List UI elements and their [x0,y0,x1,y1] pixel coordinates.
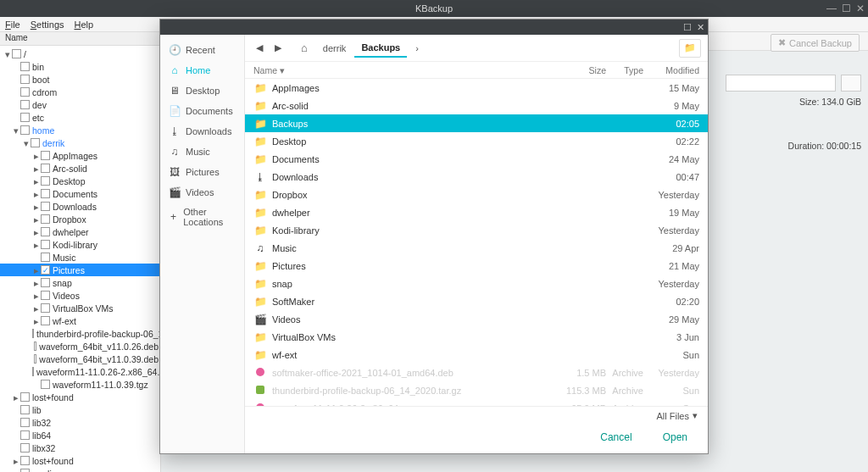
checkbox[interactable] [20,62,30,71]
checkbox[interactable] [12,49,21,58]
expand-icon[interactable]: ▸ [32,189,41,199]
checkbox[interactable] [34,354,37,364]
checkbox[interactable] [41,214,50,224]
place-item[interactable]: ⭳Downloads [160,121,244,142]
expand-icon[interactable]: ▸ [32,291,41,301]
tree-item[interactable]: ▸✓Pictures [0,264,160,276]
file-row[interactable]: 📁Arc-solid9 May [245,97,708,114]
dialog-close-icon[interactable]: ✕ [697,22,704,33]
checkbox[interactable] [20,469,30,472]
file-row[interactable]: ♫Music29 Apr [245,239,708,257]
checkbox[interactable] [41,240,50,249]
file-row[interactable]: 📁DropboxYesterday [245,186,708,203]
tree-item[interactable]: dev [0,98,160,111]
expand-icon[interactable]: ▸ [32,303,41,314]
expand-icon[interactable]: ▸ [32,316,41,326]
file-row[interactable]: 📁Kodi-libraryYesterday [245,221,708,239]
tree-item[interactable]: lib32 [0,416,160,429]
checkbox[interactable] [41,151,50,160]
menu-file[interactable]: File [5,19,20,30]
cancel-button[interactable]: Cancel [593,428,638,447]
cancel-backup-button[interactable]: ✖ Cancel Backup [771,34,860,52]
expand-icon[interactable]: ▾ [3,49,12,59]
tree-item[interactable]: bin [0,60,160,73]
tree-item[interactable]: libx32 [0,441,160,454]
expand-icon[interactable]: ▸ [32,214,41,225]
checkbox[interactable] [20,113,30,122]
checkbox[interactable] [20,125,30,135]
tree-item[interactable]: ▸Kodi-library [0,238,160,251]
expand-icon[interactable]: ▾ [22,138,31,148]
tree-item[interactable]: ▸media [0,467,160,472]
home-icon[interactable]: ⌂ [294,38,314,58]
tree-item[interactable]: etc [0,111,160,124]
file-row[interactable]: 📁AppImages15 May [245,79,708,97]
tree-item[interactable]: lib [0,403,160,416]
menu-help[interactable]: Help [75,19,94,30]
checkbox[interactable] [20,405,30,414]
checkbox[interactable] [41,164,50,173]
tree-item[interactable]: ▸lost+found [0,391,160,403]
tree-item[interactable]: waveform_64bit_v11.0.26.deb [0,340,160,353]
file-row[interactable]: 📁wf-extSun [245,346,708,364]
expand-icon[interactable]: ▸ [32,265,41,275]
checkbox[interactable] [41,176,50,186]
destination-input[interactable] [726,75,836,92]
dialog-maximize-icon[interactable]: ☐ [683,22,692,33]
checkbox[interactable] [41,189,50,198]
maximize-icon[interactable]: ☐ [842,3,851,14]
tree-item[interactable]: ▸Downloads [0,200,160,213]
new-folder-button[interactable]: 📁 [679,39,701,58]
checkbox[interactable] [20,430,30,440]
nav-back-button[interactable]: ◀ [252,41,267,56]
menu-settings[interactable]: Settings [31,19,64,30]
file-row[interactable]: 📁snapYesterday [245,275,708,292]
checkbox[interactable] [41,253,50,262]
checkbox[interactable] [20,87,30,97]
checkbox[interactable] [41,227,50,236]
checkbox[interactable] [41,316,50,325]
expand-icon[interactable]: ▸ [32,227,41,237]
tree-item[interactable]: ▸Dropbox [0,213,160,225]
checkbox[interactable] [32,329,34,338]
file-row[interactable]: 📁Documents24 May [245,150,708,168]
tree-item[interactable]: thunderbird-profile-backup-06_14_2020.t [0,327,160,340]
place-item[interactable]: 🖼Pictures [160,162,244,182]
tree-item[interactable]: waveform11-11.0.39.tgz [0,378,160,391]
open-button[interactable]: Open [656,428,694,447]
header-size[interactable]: Size [555,65,606,75]
tree-item[interactable]: ▾/ [0,47,160,60]
checkbox[interactable] [41,278,50,287]
checkbox[interactable] [41,202,50,211]
tree-item[interactable]: ▸snap [0,276,160,289]
checkbox[interactable] [20,418,30,427]
tree-item[interactable]: waveform_64bit_v11.0.39.deb [0,353,160,365]
expand-icon[interactable]: ▸ [12,392,20,403]
destination-browse-button[interactable] [841,75,861,92]
header-type[interactable]: Type [606,65,648,75]
tree-item[interactable]: ▸lost+found [0,454,160,467]
place-item[interactable]: ⌂Home [160,60,244,81]
place-item[interactable]: 🎬Videos [160,182,244,203]
header-modified[interactable]: Modified [648,65,699,75]
file-row[interactable]: waveform11-11.0.26-2.x86_64.rpm65.9 MBAr… [245,399,708,406]
checkbox[interactable] [34,342,37,351]
checkbox[interactable] [20,392,30,402]
file-row[interactable]: 📁Backups02:05 [245,114,708,132]
file-list[interactable]: 📁AppImages15 May📁Arc-solid9 May📁Backups0… [245,79,708,406]
checkbox[interactable] [41,380,50,389]
expand-icon[interactable]: ▸ [32,202,41,212]
breadcrumb-item[interactable]: › [409,40,426,57]
checkbox[interactable] [20,100,30,109]
expand-icon[interactable]: ▸ [32,164,41,174]
expand-icon[interactable]: ▸ [32,278,41,288]
tree-item[interactable]: ▸AppImages [0,149,160,162]
tree-item[interactable]: ▸Desktop [0,175,160,187]
place-item[interactable]: ♫Music [160,142,244,162]
header-name[interactable]: Name ▾ [253,65,555,75]
tree-header-name[interactable]: Name [0,32,160,46]
checkbox[interactable] [31,138,40,147]
checkbox[interactable]: ✓ [41,265,50,275]
expand-icon[interactable]: ▸ [32,151,41,161]
expand-icon[interactable]: ▸ [32,240,41,250]
